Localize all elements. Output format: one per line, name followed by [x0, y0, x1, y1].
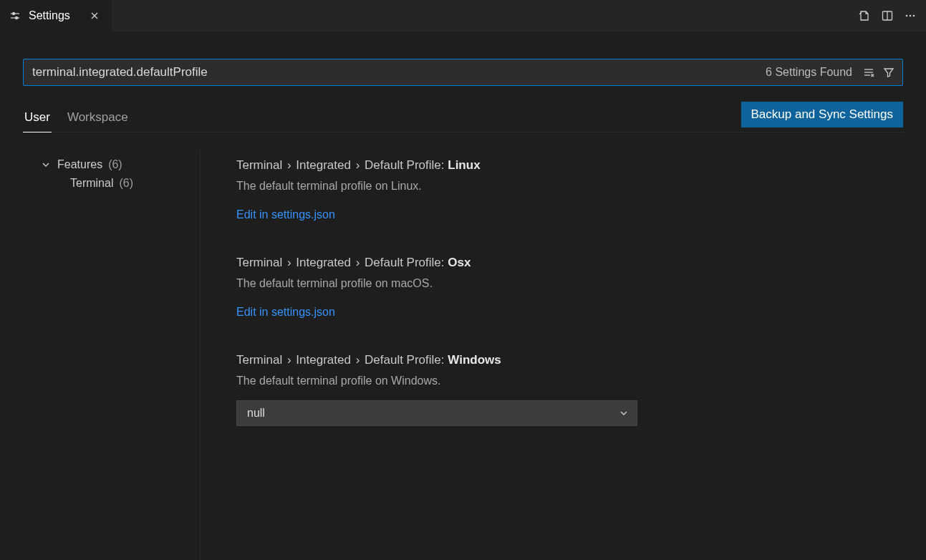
edit-in-settings-json-link[interactable]: Edit in settings.json [236, 208, 335, 221]
setting-description: The default terminal profile on Windows. [236, 375, 752, 387]
toc-item-count: (6) [119, 177, 133, 190]
backup-sync-button[interactable]: Backup and Sync Settings [741, 102, 903, 127]
toc-group-count: (6) [108, 158, 122, 171]
tab-bar-spacer [112, 0, 854, 32]
split-editor-icon[interactable] [877, 6, 897, 26]
setting-default-profile-windows: Terminal › Integrated › Default Profile:… [236, 353, 752, 426]
setting-select-default-profile-windows[interactable]: null [236, 400, 637, 426]
settings-toc: Features (6) Terminal (6) [23, 150, 201, 560]
chevron-down-icon [40, 159, 52, 170]
svg-point-1 [12, 12, 14, 14]
toc-group-label: Features [57, 158, 102, 171]
svg-point-10 [913, 15, 915, 17]
svg-point-3 [15, 16, 17, 19]
svg-point-9 [910, 15, 912, 17]
svg-point-8 [906, 15, 908, 17]
filter-icon[interactable] [879, 63, 898, 82]
editor-title-actions [854, 0, 926, 32]
select-value: null [247, 407, 265, 420]
setting-title: Terminal › Integrated › Default Profile:… [236, 353, 752, 367]
search-result-count: 6 Settings Found [758, 66, 859, 79]
settings-tab[interactable]: Settings [0, 0, 112, 32]
scope-tab-workspace[interactable]: Workspace [66, 106, 130, 132]
settings-sliders-icon [9, 9, 21, 22]
setting-description: The default terminal profile on Linux. [236, 180, 752, 193]
clear-search-icon[interactable] [859, 63, 878, 82]
toc-item-terminal[interactable]: Terminal (6) [23, 174, 200, 193]
setting-title: Terminal › Integrated › Default Profile:… [236, 256, 752, 270]
scope-row: User Workspace Backup and Sync Settings [23, 102, 903, 132]
toc-item-label: Terminal [70, 177, 113, 190]
settings-search-input[interactable] [31, 64, 758, 80]
scope-tab-user[interactable]: User [23, 106, 52, 132]
toc-group-features[interactable]: Features (6) [23, 155, 200, 174]
setting-description: The default terminal profile on macOS. [236, 277, 752, 290]
settings-editor: 6 Settings Found User Workspace Backup a… [0, 32, 926, 560]
more-actions-icon[interactable] [900, 6, 920, 26]
chevron-down-icon [618, 407, 630, 419]
edit-in-settings-json-link[interactable]: Edit in settings.json [236, 306, 335, 318]
setting-title: Terminal › Integrated › Default Profile:… [236, 158, 752, 173]
setting-default-profile-linux: Terminal › Integrated › Default Profile:… [236, 158, 752, 221]
editor-tab-bar: Settings [0, 0, 926, 32]
tab-title: Settings [29, 9, 70, 22]
settings-search-container: 6 Settings Found [23, 59, 903, 86]
open-settings-json-icon[interactable] [854, 6, 874, 26]
setting-default-profile-osx: Terminal › Integrated › Default Profile:… [236, 256, 752, 319]
settings-list: Terminal › Integrated › Default Profile:… [201, 150, 903, 560]
close-tab-icon[interactable] [87, 9, 102, 23]
